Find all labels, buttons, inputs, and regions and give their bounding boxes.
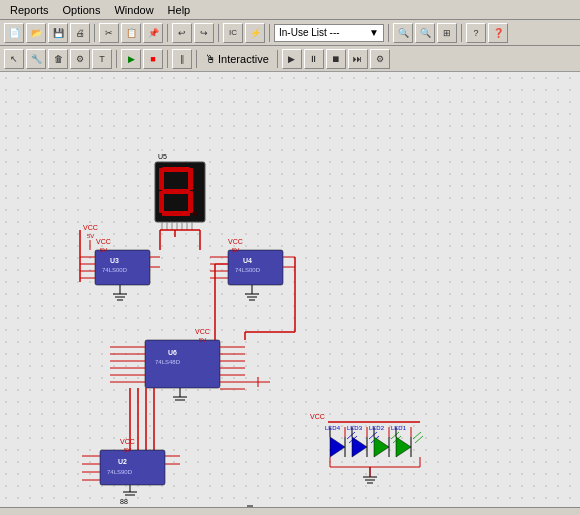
separator-7	[116, 50, 117, 68]
stop-button[interactable]: ■	[143, 49, 163, 69]
separator-4	[269, 24, 270, 42]
svg-text:U5: U5	[158, 153, 167, 160]
svg-text:74LS48D: 74LS48D	[155, 359, 181, 365]
zoom-in-button[interactable]: 🔍	[393, 23, 413, 43]
zoom-fit-button[interactable]: ⊞	[437, 23, 457, 43]
svg-text:5V: 5V	[87, 233, 94, 239]
delete-button[interactable]: 🗑	[48, 49, 68, 69]
print-button[interactable]: 🖨	[70, 23, 90, 43]
label-button[interactable]: T	[92, 49, 112, 69]
search-button[interactable]: ?	[466, 23, 486, 43]
svg-text:U6: U6	[168, 349, 177, 356]
svg-text:5V: 5V	[100, 247, 107, 253]
svg-text:U3: U3	[110, 257, 119, 264]
separator-10	[277, 50, 278, 68]
separator-5	[388, 24, 389, 42]
svg-text:U4: U4	[243, 257, 252, 264]
svg-text:LED3: LED3	[347, 425, 363, 431]
separator-1	[94, 24, 95, 42]
menu-help[interactable]: Help	[162, 2, 197, 18]
new-button[interactable]: 📄	[4, 23, 24, 43]
svg-rect-80	[100, 450, 165, 485]
svg-text:VCC: VCC	[96, 238, 111, 245]
svg-text:74LS00D: 74LS00D	[102, 267, 128, 273]
sim-btn-5[interactable]: ⚙	[370, 49, 390, 69]
save-button[interactable]: 💾	[48, 23, 68, 43]
toolbar-1: 📄 📂 💾 🖨 ✂ 📋 📌 ↩ ↪ IC ⚡ In-Use List --- ▼…	[0, 20, 580, 46]
svg-text:VCC: VCC	[120, 438, 135, 445]
svg-text:74LS00D: 74LS00D	[235, 267, 261, 273]
paste-button[interactable]: 📌	[143, 23, 163, 43]
circuit-canvas[interactable]: U5 U3 74LS00D VCC 5V U4 74LS00D VCC	[0, 72, 580, 507]
svg-text:VCC: VCC	[228, 238, 243, 245]
sim-btn-4[interactable]: ⏭	[348, 49, 368, 69]
select-button[interactable]: ↖	[4, 49, 24, 69]
circuit-svg: U5 U3 74LS00D VCC 5V U4 74LS00D VCC	[0, 72, 580, 507]
in-use-list-dropdown[interactable]: In-Use List --- ▼	[274, 24, 384, 42]
svg-rect-5	[188, 168, 193, 190]
interactive-label: 🖱 Interactive	[201, 53, 273, 65]
svg-text:88: 88	[120, 498, 128, 505]
zoom-out-button[interactable]: 🔍	[415, 23, 435, 43]
sim-btn-2[interactable]: ⏸	[304, 49, 324, 69]
separator-2	[167, 24, 168, 42]
cut-button[interactable]: ✂	[99, 23, 119, 43]
separator-9	[196, 50, 197, 68]
annotate-button[interactable]: ∥	[172, 49, 192, 69]
separator-6	[461, 24, 462, 42]
svg-text:5V: 5V	[124, 447, 131, 453]
svg-rect-7	[159, 191, 164, 213]
undo-button[interactable]: ↩	[172, 23, 192, 43]
svg-rect-1	[0, 72, 580, 507]
svg-rect-10	[194, 212, 198, 216]
toolbar-2: ↖ 🔧 🗑 ⚙ T ▶ ■ ∥ 🖱 Interactive ▶ ⏸ ⏹ ⏭ ⚙	[0, 46, 580, 72]
separator-3	[218, 24, 219, 42]
open-button[interactable]: 📂	[26, 23, 46, 43]
separator-8	[167, 50, 168, 68]
svg-text:VCC: VCC	[195, 328, 210, 335]
status-bar	[0, 507, 580, 515]
sim-btn-3[interactable]: ⏹	[326, 49, 346, 69]
svg-rect-3	[162, 167, 190, 172]
svg-text:LED2: LED2	[369, 425, 385, 431]
component-button[interactable]: IC	[223, 23, 243, 43]
svg-text:74LS90D: 74LS90D	[107, 469, 133, 475]
prop-button[interactable]: ⚙	[70, 49, 90, 69]
svg-text:LED4: LED4	[325, 425, 341, 431]
redo-button[interactable]: ↪	[194, 23, 214, 43]
svg-text:U2: U2	[118, 458, 127, 465]
svg-text:VCC: VCC	[83, 224, 98, 231]
menu-reports[interactable]: Reports	[4, 2, 55, 18]
svg-rect-9	[162, 211, 190, 216]
help-button[interactable]: ❓	[488, 23, 508, 43]
svg-rect-8	[188, 191, 193, 213]
menu-options[interactable]: Options	[57, 2, 107, 18]
menu-bar: Reports Options Window Help	[0, 0, 580, 20]
svg-rect-4	[159, 168, 164, 190]
svg-text:5V: 5V	[199, 337, 206, 343]
menu-window[interactable]: Window	[108, 2, 159, 18]
wire-button[interactable]: ⚡	[245, 23, 265, 43]
svg-text:VCC: VCC	[310, 413, 325, 420]
copy-button[interactable]: 📋	[121, 23, 141, 43]
svg-text:5V: 5V	[232, 247, 239, 253]
part-button[interactable]: 🔧	[26, 49, 46, 69]
svg-text:LED1: LED1	[391, 425, 407, 431]
sim-btn-1[interactable]: ▶	[282, 49, 302, 69]
run-button[interactable]: ▶	[121, 49, 141, 69]
svg-rect-6	[162, 189, 190, 194]
